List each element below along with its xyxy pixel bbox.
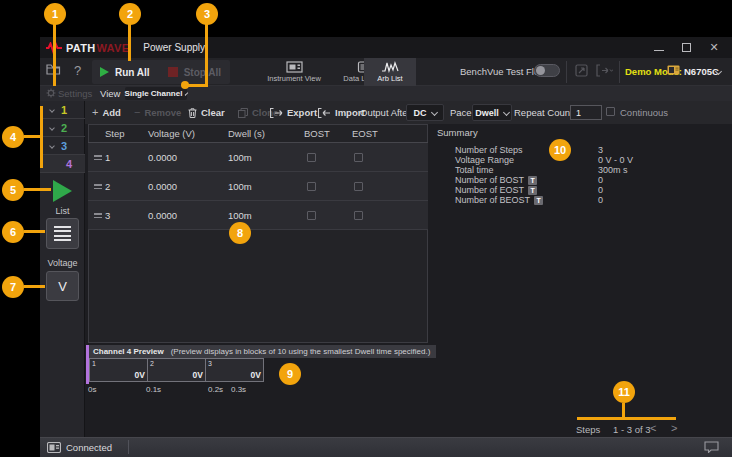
minus-icon: − [134, 108, 140, 117]
instrument-model-icon [667, 65, 680, 75]
drag-handle-icon[interactable] [94, 184, 102, 191]
settings-button[interactable]: Settings [58, 88, 92, 99]
bost-checkbox[interactable] [307, 153, 316, 162]
callout-1: 1 [44, 3, 66, 25]
eost-checkbox[interactable] [354, 211, 363, 220]
pager-prev-button[interactable]: < [650, 422, 656, 434]
minimize-button[interactable] [654, 44, 664, 51]
eost-checkbox[interactable] [354, 182, 363, 191]
drag-handle-icon[interactable] [94, 155, 102, 162]
pager-next-button[interactable]: > [671, 422, 677, 434]
bost-checkbox[interactable] [307, 211, 316, 220]
connected-status: Connected [66, 442, 112, 453]
preview-header: Channel 4 Preview (Preview displays in b… [89, 345, 436, 358]
callout-5: 5 [2, 179, 24, 201]
view-mode-dropdown[interactable]: Single Channel [125, 87, 187, 100]
arb-list-waveform-icon [381, 61, 399, 73]
status-separator [128, 440, 129, 454]
eost-checkbox[interactable] [354, 153, 363, 162]
summary-item: Number of EOSTT 0 [455, 185, 725, 195]
pathwave-logo: PATHWAVE [46, 42, 129, 54]
output-after-label: Output After [360, 107, 411, 118]
connected-instrument-icon [47, 442, 61, 453]
run-all-button[interactable]: Run All [115, 67, 150, 78]
remove-step-button[interactable]: − Remove [134, 107, 181, 118]
trash-icon [188, 108, 197, 118]
toolbar-separator [566, 61, 567, 83]
list-mode-label: List [40, 206, 85, 216]
sidebar-channel-2[interactable]: 2 [40, 119, 85, 137]
table-header: Step Voltage (V) Dwell (s) BOST EOST [88, 124, 428, 143]
chevron-down-icon [49, 125, 55, 131]
toggle-knob [536, 66, 545, 75]
callout-line [24, 188, 51, 191]
stop-all-button[interactable]: Stop All [184, 67, 221, 78]
col-dwell: Dwell (s) [228, 128, 265, 139]
summary-item: Voltage Range0 V - 0 V [455, 155, 725, 165]
list-mode-button[interactable] [46, 218, 79, 249]
callout-8: 8 [229, 222, 251, 244]
bost-checkbox[interactable] [307, 182, 316, 191]
callout-2: 2 [119, 3, 141, 25]
report-icon[interactable] [575, 64, 588, 77]
col-step: Step [105, 128, 125, 139]
repeat-count-input[interactable]: 1 [570, 105, 602, 120]
import-button[interactable]: Import [318, 107, 365, 118]
sidebar-channel-4[interactable]: 4 [40, 155, 85, 173]
output-after-dropdown[interactable]: DC [406, 104, 444, 121]
drag-handle-icon[interactable] [94, 213, 102, 220]
callout-6: 6 [2, 221, 24, 243]
close-button[interactable]: ✕ [708, 42, 720, 54]
maximize-button[interactable] [682, 43, 691, 52]
sidebar-channel-3[interactable]: 3 [40, 137, 85, 155]
time-tick: 0s [88, 385, 96, 394]
continuous-label: Continuous [620, 107, 668, 118]
benchvue-toggle[interactable] [534, 64, 560, 77]
plus-icon: + [92, 108, 98, 117]
import-arrow-icon [318, 108, 331, 118]
toolbar-separator [619, 61, 620, 83]
settings-gear-icon[interactable] [46, 88, 56, 98]
feedback-bubble-icon[interactable] [704, 441, 719, 453]
help-icon[interactable]: ? [74, 63, 81, 78]
chevron-down-icon [49, 107, 55, 113]
chevron-down-icon [503, 109, 510, 116]
col-bost: BOST [304, 128, 330, 139]
title-bar: PATHWAVE Power Supply ✕ [40, 37, 732, 58]
callout-line [188, 84, 208, 87]
callout-line [128, 24, 131, 61]
time-tick: 0.2s [208, 385, 223, 394]
export-arrow-icon [270, 108, 283, 118]
export-button[interactable]: Export [270, 107, 317, 118]
view-label: View [100, 88, 120, 99]
preview-block: 30V [205, 358, 264, 382]
callout-line [24, 230, 45, 233]
status-bar [40, 437, 732, 457]
voltage-mode-button[interactable]: V [46, 271, 79, 301]
clear-steps-button[interactable]: Clear [188, 107, 225, 118]
sidebar-channel-1[interactable]: 1 [40, 101, 85, 119]
preview-title: Channel 4 Preview [93, 347, 164, 356]
run-icon [100, 67, 109, 77]
preview-block: 10V [89, 358, 148, 382]
callout-line [577, 417, 676, 420]
tab-arb-list[interactable]: Arb List [364, 58, 416, 86]
trigger-badge-icon: T [528, 186, 537, 195]
table-row[interactable]: 1 0.0000 100m [88, 143, 428, 172]
col-eost: EOST [352, 128, 378, 139]
chevron-down-icon [430, 109, 437, 116]
tab-instrument-view[interactable]: Instrument View [256, 58, 332, 86]
table-row[interactable]: 3 0.0000 100m [88, 201, 428, 230]
brand-wave: WAVE [97, 42, 130, 54]
continuous-checkbox[interactable] [606, 107, 615, 116]
callout-3: 3 [196, 3, 218, 25]
repeat-count-label: Repeat Count [514, 107, 573, 118]
pace-dropdown[interactable]: Dwell [472, 104, 512, 121]
brand-path: PATH [66, 42, 96, 54]
time-tick: 0.1s [146, 385, 161, 394]
add-step-button[interactable]: + Add [92, 107, 121, 118]
run-channel-play-icon[interactable] [53, 180, 72, 202]
callout-line [205, 24, 208, 86]
table-row[interactable]: 2 0.0000 100m [88, 172, 428, 201]
export-results-icon[interactable] [596, 64, 613, 77]
